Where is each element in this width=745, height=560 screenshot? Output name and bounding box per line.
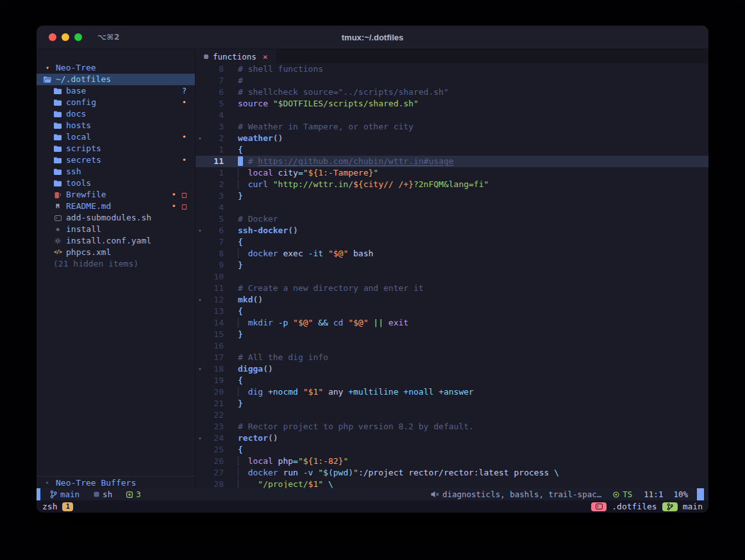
line-number: 1	[205, 144, 224, 156]
tree-item-install[interactable]: ∗install	[37, 224, 195, 235]
code-line[interactable]: 3}	[196, 190, 708, 202]
code-line[interactable]: 20▏ dig +nocmd "$1" any +multiline +noal…	[196, 386, 708, 398]
tab-functions[interactable]: functions ×	[196, 49, 276, 63]
code-line[interactable]: 28▏ "/project/$1" \	[196, 479, 708, 488]
code-line[interactable]: 11 # https://github.com/chubin/wttr.in#u…	[196, 156, 708, 167]
tree-item-install-conf-yaml[interactable]: install.conf.yaml	[37, 235, 195, 247]
code-line[interactable]: 13{	[196, 306, 708, 317]
tree-item-add-submodules-sh[interactable]: add-submodules.sh	[37, 212, 195, 224]
gutter-fold-column	[196, 398, 205, 409]
code-line[interactable]: 5# Docker	[196, 213, 708, 225]
code-line[interactable]: 17# All the dig info	[196, 352, 708, 363]
code-line-text: # Docker	[238, 213, 278, 225]
line-number: 14	[205, 317, 224, 329]
tmux-window-item[interactable]: zsh 1	[42, 502, 73, 511]
tree-item-label: local	[66, 131, 91, 143]
code-line[interactable]: 4	[196, 110, 708, 121]
tree-item-scripts[interactable]: scripts	[37, 143, 195, 154]
tree-item-config[interactable]: config•	[37, 97, 195, 108]
tree-item-brewfile[interactable]: Brewfile•□	[37, 189, 195, 201]
line-number: 8	[205, 63, 224, 75]
tree-item-phpcs-xml[interactable]: </>phpcs.xml	[37, 247, 195, 258]
line-number: 6	[205, 225, 224, 236]
code-line-text: rector()	[238, 432, 278, 444]
code-line[interactable]: 6# shellcheck source="../scripts/shared.…	[196, 86, 708, 98]
code-line[interactable]: 10	[196, 271, 708, 283]
desktop: { "window": { "title": "tmux:~/.dotfiles…	[0, 0, 745, 560]
tree-item-local[interactable]: local•	[37, 131, 195, 143]
tab-close-icon[interactable]: ×	[263, 52, 268, 62]
code-line[interactable]: 21}	[196, 398, 708, 409]
tree-item-ssh[interactable]: ssh	[37, 166, 195, 177]
tree-item-secrets[interactable]: secrets•	[37, 154, 195, 166]
line-number: 21	[205, 398, 224, 409]
minimize-button[interactable]	[62, 33, 69, 41]
tree-item-tools[interactable]: tools	[37, 177, 195, 189]
tree-item-base[interactable]: base?	[37, 85, 195, 97]
tree-item-docs[interactable]: docs	[37, 108, 195, 120]
code-line[interactable]: 8▏ docker exec -it "$@" bash	[196, 248, 708, 259]
git-unstaged-badge: □	[182, 202, 187, 211]
code-line[interactable]: 25{	[196, 444, 708, 456]
code-line[interactable]: 1{	[196, 144, 708, 156]
gutter-fold-column	[196, 248, 205, 259]
line-number: 2	[205, 133, 224, 144]
code-line-text: ▏ docker exec -it "$@" bash	[238, 248, 373, 259]
code-line[interactable]: 26▏ local php="${1:-82}"	[196, 456, 708, 467]
tree-item-neo-tree[interactable]: ▾Neo-Tree	[37, 62, 195, 74]
neo-tree-buffers-section[interactable]: ▸ Neo-Tree Buffers	[37, 476, 195, 488]
line-number: 7	[205, 75, 224, 86]
code-line[interactable]: 4	[196, 202, 708, 213]
code-line[interactable]: ▾24rector()	[196, 432, 708, 444]
tree-item-hosts[interactable]: hosts	[37, 120, 195, 131]
code-line[interactable]: ▾18digga()	[196, 363, 708, 375]
code-line[interactable]: ▾6ssh-docker()	[196, 225, 708, 236]
code-line[interactable]: 1▏ local city="${1:-Tampere}"	[196, 167, 708, 179]
code-line[interactable]: 22	[196, 409, 708, 421]
code-line[interactable]: 27▏ docker run -v "$(pwd)":/project rect…	[196, 467, 708, 479]
fold-chevron-icon[interactable]: ▾	[196, 432, 205, 444]
code-line-text: #	[238, 75, 243, 86]
code-line[interactable]: 9}	[196, 259, 708, 271]
line-number: 15	[205, 329, 224, 340]
fold-chevron-icon[interactable]: ▾	[196, 225, 205, 236]
zoom-button[interactable]	[74, 33, 82, 41]
fold-chevron-icon[interactable]: ▾	[196, 133, 205, 144]
fold-chevron-icon[interactable]: ▾	[196, 363, 205, 375]
code-line[interactable]: 19{	[196, 375, 708, 386]
tmux-window-name: zsh	[42, 502, 57, 511]
code-line[interactable]: 16	[196, 340, 708, 352]
code-line[interactable]: 7#	[196, 75, 708, 86]
code-line[interactable]: 23# Rector project to php version 8.2 by…	[196, 421, 708, 432]
line-number: 10	[205, 271, 224, 283]
lsp-clients-list: diagnosticls, bashls, trail-spac…	[442, 490, 601, 499]
titlebar[interactable]: ⌥⌘2 tmux:~/.dotfiles	[37, 26, 708, 49]
code-line[interactable]: 8# shell functions	[196, 63, 708, 75]
chevron-down-icon: ▾	[43, 65, 52, 71]
code-line[interactable]: 14▏ mkdir -p "$@" && cd "$@" || exit	[196, 317, 708, 329]
code-line-text: # shell functions	[238, 63, 323, 75]
gutter-fold-column	[196, 213, 205, 225]
fold-chevron-icon[interactable]: ▾	[196, 294, 205, 306]
code-line[interactable]: 3# Weather in Tampere, or other city	[196, 121, 708, 133]
folder-icon	[53, 111, 62, 117]
code-line[interactable]: ▾12mkd()	[196, 294, 708, 306]
line-number: 19	[205, 375, 224, 386]
code-line[interactable]: 7{	[196, 236, 708, 248]
code-line[interactable]: ▾2weather()	[196, 133, 708, 144]
code-line-text: {	[238, 236, 243, 248]
code-area[interactable]: 8# shell functions7#6# shellcheck source…	[196, 63, 708, 488]
code-line[interactable]: 2▏ curl "http://wttr.in/${city// /+}?2nF…	[196, 179, 708, 190]
code-line[interactable]: 11# Create a new directory and enter it	[196, 283, 708, 294]
code-line[interactable]: 5source "$DOTFILES/scripts/shared.sh"	[196, 98, 708, 110]
treesitter-segment: TS	[613, 490, 632, 499]
tree-item-dotfiles[interactable]: ~/.dotfiles	[37, 74, 195, 85]
tab-label: functions	[213, 52, 256, 62]
line-number: 12	[205, 294, 224, 306]
tree-item-readme-md[interactable]: MREADME.md•□	[37, 201, 195, 212]
code-line-text: }	[238, 190, 243, 202]
close-button[interactable]	[49, 33, 56, 41]
gutter-fold-column	[196, 75, 205, 86]
code-line-text: ▏ dig +nocmd "$1" any +multiline +noall …	[238, 386, 474, 398]
code-line[interactable]: 15}	[196, 329, 708, 340]
